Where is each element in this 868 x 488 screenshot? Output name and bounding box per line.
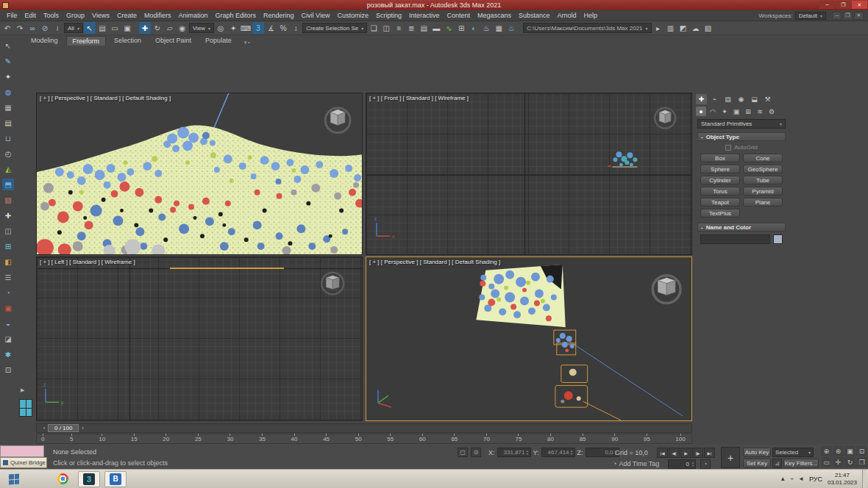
selection-filter-dropdown[interactable]: All ▾ <box>64 23 83 33</box>
dock-page-tool-icon[interactable]: ▤ <box>2 117 14 129</box>
ribbon-tab[interactable]: Freeform <box>66 36 107 46</box>
object-name-input[interactable] <box>700 234 770 244</box>
scene-converter-icon[interactable]: ▧ <box>702 22 714 34</box>
dock-add-tool-icon[interactable]: ✚ <box>2 209 14 221</box>
viewport-label[interactable]: [ + ] [ Front ] [ Standard ] [ Wireframe… <box>369 95 469 101</box>
dock-cylinder-tool-icon[interactable]: ⊔ <box>2 132 14 144</box>
zoom-extents-icon[interactable]: ▣ <box>844 446 855 456</box>
viewcube[interactable] <box>655 108 675 129</box>
timeline-tick[interactable]: 15 <box>131 434 138 442</box>
menu-item[interactable]: Arnold <box>554 12 580 19</box>
name-and-color-rollout[interactable]: - Name and Color <box>697 223 786 232</box>
child-minimize-button[interactable]: ─ <box>832 12 842 20</box>
hierarchy-tab-icon[interactable]: ▤ <box>722 94 733 104</box>
select-and-place-icon[interactable]: ◉ <box>177 22 188 34</box>
systems-category-icon[interactable]: ⚙ <box>766 107 777 116</box>
menu-item[interactable]: Substance <box>515 12 554 19</box>
timeline-tick[interactable]: 70 <box>483 434 490 442</box>
dock-corner-tool-icon[interactable]: ◪ <box>2 333 14 345</box>
workspaces-dropdown[interactable]: Default ▾ <box>795 12 826 20</box>
timeline-tick[interactable]: 0 <box>41 434 44 442</box>
timeline-tick[interactable]: 95 <box>644 434 650 442</box>
object-type-button[interactable]: Plane <box>743 198 783 207</box>
dock-box-tool-icon[interactable]: ⬒ <box>2 179 14 190</box>
object-color-swatch[interactable] <box>773 234 783 244</box>
title-bar[interactable]: розовый закат.max - Autodesk 3ds Max 202… <box>0 0 868 10</box>
viewport-layout-flyout-arrow[interactable]: ▶ <box>21 387 24 393</box>
current-frame-field[interactable]: 0 ▲▼ <box>668 459 696 469</box>
render-in-cloud-icon[interactable]: ☁ <box>690 22 702 34</box>
unlink-selection-icon[interactable]: ⊘ <box>39 22 51 34</box>
snaps-toggle-icon[interactable]: 3 <box>252 22 264 34</box>
set-keys-button[interactable]: + <box>721 447 740 468</box>
object-type-button[interactable]: GeoSphere <box>743 165 783 173</box>
timeline-tick[interactable]: 25 <box>195 434 202 442</box>
bind-to-space-warp-icon[interactable]: ≀ <box>51 22 63 34</box>
object-type-button[interactable]: Box <box>700 154 740 162</box>
maxscript-mini-listener[interactable] <box>0 445 44 457</box>
menu-item[interactable]: Help <box>580 12 602 19</box>
shapes-category-icon[interactable]: ◠ <box>708 107 718 116</box>
spinner-icon[interactable]: ▲▼ <box>691 460 694 468</box>
viewport-canvas[interactable] <box>37 93 362 254</box>
dock-cell-tool-icon[interactable]: ⊡ <box>2 364 14 376</box>
ribbon-tab[interactable]: Object Paint <box>149 36 197 46</box>
viewport-top-right[interactable]: [ + ] [ Front ] [ Standard ] [ Wireframe… <box>366 93 692 255</box>
orbit-icon[interactable]: ↻ <box>844 457 855 467</box>
selection-lock-icon[interactable]: ⊙ <box>471 448 481 457</box>
start-button[interactable] <box>0 470 28 488</box>
dock-select-tool-icon[interactable]: ↖ <box>2 40 14 51</box>
percent-snap-toggle-icon[interactable]: % <box>277 22 289 34</box>
viewport-label[interactable]: [ + ] [ Left ] [ Standard ] [ Wireframe … <box>40 259 135 265</box>
viewport-label[interactable]: [ + ] [ Perspective ] [ Standard ] [ Def… <box>40 95 171 101</box>
redo-icon[interactable]: ↷ <box>14 22 26 34</box>
zoom-icon[interactable]: ⊕ <box>821 446 832 456</box>
menu-item[interactable]: Civil View <box>298 12 334 19</box>
motion-tab-icon[interactable]: ◉ <box>736 94 747 104</box>
object-type-button[interactable]: Cone <box>743 154 783 162</box>
menu-item[interactable]: Animation <box>174 12 211 19</box>
go-to-end-icon[interactable]: ▶| <box>704 448 715 458</box>
previous-frame-arrow-icon[interactable]: ‹ <box>41 425 47 431</box>
ribbon-config-icon[interactable]: ▾ ▪ <box>240 40 255 46</box>
next-frame-icon[interactable]: |▶ <box>692 448 703 458</box>
toggle-scene-explorer-icon[interactable]: ≣ <box>405 22 417 34</box>
object-type-button[interactable]: Sphere <box>700 165 740 173</box>
viewport-bottom-left[interactable]: [ + ] [ Left ] [ Standard ] [ Wireframe … <box>36 256 363 421</box>
viewcube[interactable] <box>321 273 344 295</box>
object-type-button[interactable]: Teapot <box>700 198 740 207</box>
dock-target-tool-icon[interactable]: ▣ <box>2 302 14 314</box>
timeline-tick[interactable]: 75 <box>516 434 522 442</box>
window-crossing-icon[interactable]: ▣ <box>121 22 133 34</box>
zoom-extents-all-icon[interactable]: ⊡ <box>856 446 867 456</box>
utilities-tab-icon[interactable]: ⚒ <box>762 94 773 104</box>
z-coordinate-field[interactable]: 0,0 ▲▼ <box>586 448 619 457</box>
timeline-tick[interactable]: 35 <box>259 434 266 442</box>
zoom-all-icon[interactable]: ⊛ <box>833 446 844 456</box>
select-and-move-icon[interactable]: ✚ <box>139 22 151 34</box>
timeline-tick[interactable]: 50 <box>355 434 362 442</box>
pan-view-icon[interactable]: ✛ <box>833 457 844 467</box>
viewport-canvas[interactable]: x z <box>366 93 691 254</box>
timeline-tick[interactable]: 45 <box>323 434 330 442</box>
edit-named-selection-sets-icon[interactable]: ❏ <box>368 22 380 34</box>
language-indicator[interactable]: РУС <box>809 476 822 483</box>
dock-grid-tool-icon[interactable]: ▦ <box>2 101 14 113</box>
timeline-tick[interactable]: 65 <box>451 434 458 442</box>
max-interactive-icon[interactable]: ◩ <box>677 22 689 34</box>
timeline-tick[interactable]: 5 <box>70 434 73 442</box>
menu-item[interactable]: File <box>3 12 21 19</box>
dock-burst-tool-icon[interactable]: ✱ <box>2 348 14 360</box>
timeline-tick[interactable]: 40 <box>291 434 298 442</box>
axis-gizmo[interactable]: y z <box>43 382 64 406</box>
next-frame-arrow-icon[interactable]: › <box>79 425 85 431</box>
selected-plane-edge[interactable] <box>170 268 284 269</box>
use-pivot-point-center-icon[interactable]: ◎ <box>215 22 227 34</box>
axis-gizmo[interactable]: x z <box>374 216 395 239</box>
viewport-top-left[interactable]: [ + ] [ Perspective ] [ Standard ] [ Def… <box>36 93 363 255</box>
dock-sphere-tool-icon[interactable]: ◍ <box>2 86 14 98</box>
viewport-canvas[interactable]: y z <box>37 257 362 420</box>
project-path-field[interactable]: C:\Users\Максим\Documents\3ds Max 2021 ▾ <box>523 23 651 33</box>
toggle-ribbon-icon[interactable]: ▬ <box>430 22 442 34</box>
key-filters-button[interactable]: Key Filters... <box>783 459 819 468</box>
